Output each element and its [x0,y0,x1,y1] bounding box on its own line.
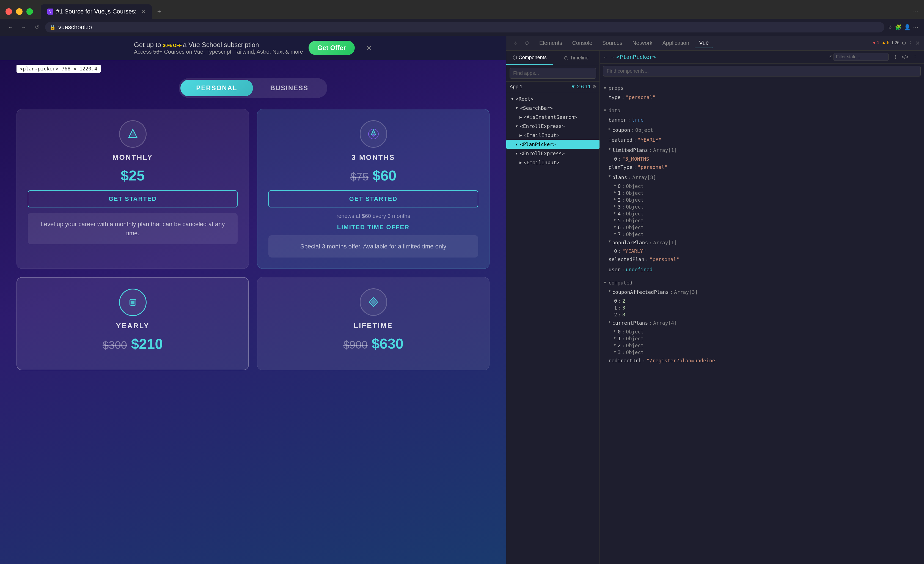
minimize-window-btn[interactable] [16,8,22,15]
plans-1: ▶ 1 : Object [603,190,921,196]
tree-item-emailinput1[interactable]: ▶ <EmailInput> [506,131,600,140]
website-area: Get up to 30% OFF a Vue School subscript… [0,36,506,564]
plans-6-expand[interactable]: ▶ [614,224,616,230]
plans-3-expand[interactable]: ▶ [614,204,616,210]
tree-item-enrollexpress2[interactable]: ▼ <EnrollExpress> [506,149,600,158]
monthly-description: Level up your career with a monthly plan… [28,213,238,244]
close-devtools-icon[interactable]: ✕ [915,40,920,46]
more-icon[interactable]: ⋮ [908,40,913,46]
cp-2-expand[interactable]: ▶ [614,343,616,348]
sub-tab-components[interactable]: ⬡ Components [506,51,553,65]
cp-1-expand[interactable]: ▶ [614,335,616,341]
devtools-cursor-icon[interactable]: ⊹ [511,39,519,48]
couponaffected-expand[interactable]: ▼ [609,288,610,293]
monthly-cta-btn[interactable]: GET STARTED [28,190,238,208]
tree-tag-aisinstant: <AisInstantSearch> [524,114,577,120]
3months-cta-btn[interactable]: GET STARTED [268,190,478,208]
state-refresh-btn[interactable]: ↺ [828,54,832,60]
plans-5-expand[interactable]: ▶ [614,218,616,223]
tree-arrow: ▼ [511,97,514,101]
dt-tab-elements[interactable]: Elements [535,38,567,48]
dt-tab-network[interactable]: Network [628,38,657,48]
currentplans-expand[interactable]: ▼ [609,319,610,324]
state-panel: ← → <PlanPicker> ↺ ⊹ </> ⋮ [600,51,924,564]
tree-item-aisinstant[interactable]: ▶ <AisInstantSearch> [506,113,600,122]
cp-3-expand[interactable]: ▶ [614,349,616,355]
menu-icon[interactable]: ⋯ [913,24,918,30]
sub-tab-timeline-label: Timeline [570,55,588,61]
active-tab[interactable]: V #1 Source for Vue.js Courses: ✕ [41,5,152,19]
prop-plantype: planType : "personal" [603,162,921,173]
popularplans-expand[interactable]: ▼ [609,239,610,244]
tree-item-emailinput2[interactable]: ▶ <EmailInput> [506,158,600,167]
bookmark-icon[interactable]: ☆ [888,24,892,30]
monthly-price-current: $25 [121,168,145,183]
plans-5: ▶ 5 : Object [603,217,921,224]
currentplans-0: ▶ 0 : Object [603,328,921,335]
data-section-header[interactable]: ▼ data [603,105,921,115]
yearly-price-original: $300 [103,339,127,351]
plans-1-expand[interactable]: ▶ [614,190,616,196]
get-offer-btn[interactable]: Get Offer [309,41,355,55]
open-in-editor-icon[interactable]: </> [900,53,910,61]
tree-arrow: ▼ [515,152,518,155]
dt-tab-console[interactable]: Console [568,38,597,48]
more-options-icon[interactable]: ⋮ [911,53,918,61]
address-bar[interactable]: 🔒 vueschool.io [45,22,884,33]
tree-item-root[interactable]: ▼ <Root> [506,94,600,104]
forward-btn[interactable]: → [19,22,28,32]
state-back-btn[interactable]: ← [603,54,608,60]
plans-4-expand[interactable]: ▶ [614,211,616,217]
coupon-expand[interactable]: ▶ [609,126,610,131]
settings-icon[interactable]: ⚙ [902,40,906,46]
devtools-inspector-icon[interactable]: ⬡ [523,39,532,48]
sub-tab-components-label: Components [519,55,547,60]
profile-icon[interactable]: 👤 [904,24,911,30]
browser-chrome: V #1 Source for Vue.js Courses: ✕ + ⋯ ← … [0,0,924,36]
tab-business[interactable]: BUSINESS [253,80,326,96]
component-label: <plan-picker> 768 × 1220.4 [16,65,100,73]
extensions-icon[interactable]: 🧩 [895,24,902,30]
cp-0-expand[interactable]: ▶ [614,329,616,335]
tree-item-planpicker[interactable]: ▼ <PlanPicker> [506,140,600,149]
find-apps-input[interactable] [510,68,596,79]
back-btn[interactable]: ← [6,22,15,32]
dt-tab-application[interactable]: Application [658,38,694,48]
plans-expand[interactable]: ▼ [609,174,610,179]
nav-bar: ← → ↺ 🔒 vueschool.io ☆ 🧩 👤 ⋯ [0,19,924,36]
window-menu[interactable]: ⋯ [913,8,918,15]
state-fwd-btn[interactable]: → [610,54,615,60]
dt-tab-sources[interactable]: Sources [598,38,627,48]
props-data-panel[interactable]: ▼ props type : "personal" ▼ da [600,79,924,564]
tab-personal[interactable]: PERSONAL [180,80,253,96]
tab-close-btn[interactable]: ✕ [142,9,145,14]
props-section-header[interactable]: ▼ props [603,82,921,92]
secure-icon: 🔒 [50,24,56,30]
plan-card-yearly: YEARLY $300 $210 [16,277,249,370]
filter-state-input[interactable] [834,53,888,61]
dt-tab-vue[interactable]: Vue [694,38,713,48]
settings-gear-icon[interactable]: ⚙ [592,84,596,89]
sub-tab-timeline[interactable]: ◷ Timeline [553,51,600,65]
plans-2-expand[interactable]: ▶ [614,197,616,203]
plans-7-expand[interactable]: ▶ [614,232,616,237]
limitedplans-expand[interactable]: ▼ [609,146,610,152]
plans-0-expand[interactable]: ▶ [614,183,616,189]
computed-section-header[interactable]: ▼ computed [603,277,921,287]
scroll-to-component-icon[interactable]: ⊹ [892,53,899,61]
info-badge: ℹ 26 [892,40,900,46]
promo-close-btn[interactable]: ✕ [366,44,372,53]
monthly-name: MONTHLY [28,153,238,162]
maximize-window-btn[interactable] [26,8,33,15]
find-components-row [600,63,924,79]
tree-item-searchbar[interactable]: ▼ <SearchBar> [506,104,600,113]
refresh-btn[interactable]: ↺ [32,22,42,32]
prop-type-key: type [609,93,620,102]
svg-point-5 [372,134,375,137]
find-components-input[interactable] [603,66,921,77]
close-window-btn[interactable] [6,8,12,15]
new-tab-btn[interactable]: + [153,5,165,18]
monthly-icon [119,120,147,148]
tree-item-enrollexpress1[interactable]: ▼ <EnrollExpress> [506,122,600,131]
plans-2: ▶ 2 : Object [603,196,921,203]
